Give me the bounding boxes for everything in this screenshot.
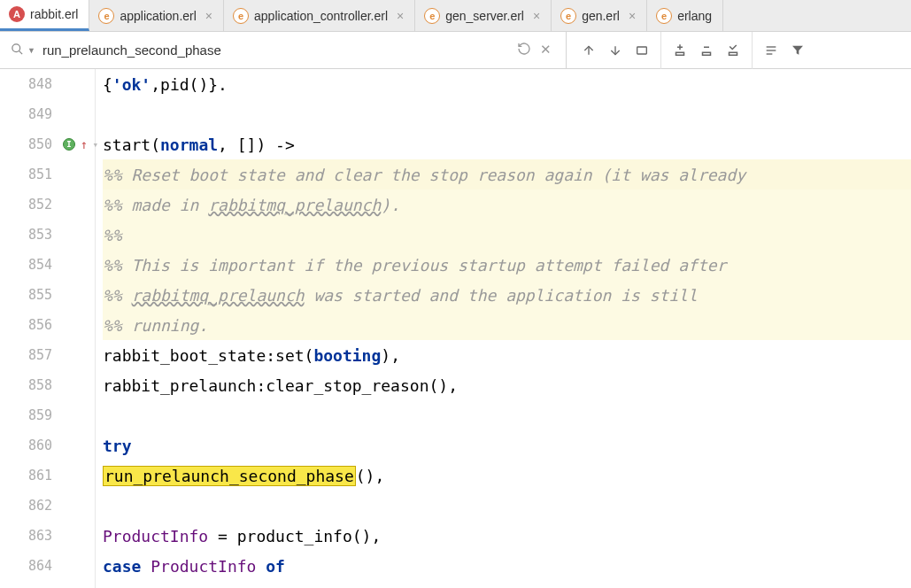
file-type-icon: e — [233, 8, 249, 24]
line-number[interactable]: 856 — [0, 310, 95, 340]
line-number[interactable]: 855 — [0, 280, 95, 310]
remove-selection-button[interactable] — [695, 39, 718, 62]
code-area[interactable]: {'ok',pid()}.start(normal, []) -> %% Res… — [96, 69, 911, 588]
code-line[interactable]: run_prelaunch_second_phase(), — [103, 460, 911, 491]
code-line[interactable] — [103, 400, 911, 430]
tab-label: gen_server.erl — [445, 9, 524, 23]
token-kw: try — [103, 437, 132, 455]
file-type-icon: A — [9, 6, 25, 22]
close-tab-icon[interactable]: × — [629, 9, 636, 23]
line-number[interactable]: 857 — [0, 340, 95, 370]
tab-rabbit-erl[interactable]: Arabbit.erl — [0, 0, 89, 31]
line-number[interactable]: 862 — [0, 491, 95, 521]
line-number[interactable]: 851 — [0, 159, 95, 190]
code-line[interactable]: %% — [103, 220, 911, 250]
code-line[interactable]: %% rabbitmq_prelaunch was started and th… — [103, 280, 911, 310]
code-line[interactable]: %% This is important if the previous sta… — [103, 250, 911, 280]
code-line[interactable]: start(normal, []) -> — [103, 129, 911, 159]
token-punct: ), — [381, 346, 400, 365]
token-atom: normal — [160, 135, 218, 154]
select-all-occurrences-button[interactable] — [630, 39, 653, 62]
gutter: 848849850I↑▾8518528538548558568578588598… — [0, 69, 96, 588]
editor[interactable]: 848849850I↑▾8518528538548558568578588598… — [0, 69, 911, 588]
token-ident: start — [103, 135, 151, 154]
code-line[interactable]: {'ok',pid()}. — [103, 69, 911, 99]
gutter-arrow-icon: ↑ — [81, 137, 88, 151]
tab-label: application_controller.erl — [254, 9, 388, 23]
token-comment: %% Reset boot state and clear the stop r… — [103, 166, 745, 184]
token-ident: rabbit_boot_state — [103, 346, 266, 365]
token-comment: ). — [381, 196, 400, 214]
tab-gen_server-erl[interactable]: egen_server.erl× — [415, 0, 552, 31]
token-punct: ( — [305, 346, 314, 365]
token-call: pid — [160, 75, 189, 94]
token-comment: was started and the application is still — [305, 286, 698, 305]
tab-bar: Arabbit.erleapplication.erl×eapplication… — [0, 0, 911, 32]
token-punct: (), — [428, 376, 458, 395]
token-var: ProductInfo — [103, 527, 208, 545]
code-line[interactable]: rabbit_boot_state:set(booting), — [103, 340, 911, 370]
line-number[interactable]: 850I↑▾ — [0, 129, 95, 159]
search-input[interactable] — [42, 43, 517, 58]
token-comment: rabbitmq_prelaunch — [132, 286, 305, 305]
filter-icon[interactable] — [786, 39, 809, 62]
svg-rect-9 — [703, 52, 711, 55]
tab-erlang[interactable]: eerlang — [647, 0, 723, 31]
file-type-icon: e — [656, 8, 672, 24]
line-number[interactable]: 854 — [0, 250, 95, 280]
token-atom: 'ok' — [112, 75, 151, 94]
tab-application-erl[interactable]: eapplication.erl× — [89, 0, 224, 31]
search-close-icon[interactable]: ✕ — [540, 42, 552, 58]
token-punct: (), — [356, 467, 385, 485]
token-comment: rabbitmq_prelaunch — [208, 196, 381, 214]
code-line[interactable] — [103, 99, 911, 129]
line-number[interactable]: 860 — [0, 430, 95, 460]
token-punct: ()}. — [189, 75, 228, 94]
tab-application_controller-erl[interactable]: eapplication_controller.erl× — [224, 0, 415, 31]
token-var: ProductInfo — [151, 557, 256, 576]
tab-gen-erl[interactable]: egen.erl× — [552, 0, 647, 31]
code-line[interactable] — [103, 491, 911, 521]
filter-lines-button[interactable] — [760, 39, 783, 62]
code-line[interactable]: %% Reset boot state and clear the stop r… — [103, 159, 911, 190]
search-history-icon[interactable] — [517, 42, 531, 58]
svg-point-0 — [12, 43, 20, 51]
line-number[interactable]: 852 — [0, 190, 95, 220]
token-kw: of — [266, 557, 285, 576]
code-line[interactable]: rabbit_prelaunch:clear_stop_reason(), — [103, 370, 911, 400]
line-number[interactable]: 849 — [0, 99, 95, 129]
token-comment: %% — [103, 226, 122, 244]
line-number[interactable]: 853 — [0, 220, 95, 250]
code-line[interactable]: %% running. — [103, 310, 911, 340]
tab-label: rabbit.erl — [30, 7, 78, 21]
search-box: ▼ ✕ — [0, 32, 567, 68]
code-line[interactable]: %% made in rabbitmq_prelaunch). — [103, 190, 911, 220]
line-number[interactable]: 858 — [0, 370, 95, 400]
code-line[interactable]: case ProductInfo of — [103, 551, 911, 581]
override-gutter-icon[interactable]: I — [63, 138, 75, 151]
close-tab-icon[interactable]: × — [397, 9, 404, 23]
token-punct — [256, 557, 266, 576]
add-selection-button[interactable] — [668, 39, 691, 62]
token-call: run_prelaunch_second_phase — [103, 466, 356, 486]
line-number[interactable]: 864 — [0, 551, 95, 581]
close-tab-icon[interactable]: × — [533, 9, 540, 23]
search-actions: ✕ — [517, 42, 559, 58]
line-number[interactable]: 863 — [0, 521, 95, 551]
token-punct: , — [151, 75, 160, 94]
next-occurrence-button[interactable] — [604, 39, 627, 62]
fold-toggle-icon[interactable]: ▾ — [92, 139, 98, 151]
file-type-icon: e — [98, 8, 114, 24]
tab-label: erlang — [677, 9, 712, 23]
select-all-button[interactable] — [722, 39, 745, 62]
code-line[interactable]: try — [103, 430, 911, 460]
token-call: set — [275, 346, 305, 365]
line-number[interactable]: 859 — [0, 400, 95, 430]
search-options-dropdown-icon[interactable]: ▼ — [27, 46, 35, 55]
prev-occurrence-button[interactable] — [577, 39, 600, 62]
close-tab-icon[interactable]: × — [205, 9, 212, 23]
code-line[interactable]: ProductInfo = product_info(), — [103, 521, 911, 551]
token-comment: %% made in — [103, 196, 208, 214]
line-number[interactable]: 848 — [0, 69, 95, 99]
line-number[interactable]: 861 — [0, 460, 95, 491]
